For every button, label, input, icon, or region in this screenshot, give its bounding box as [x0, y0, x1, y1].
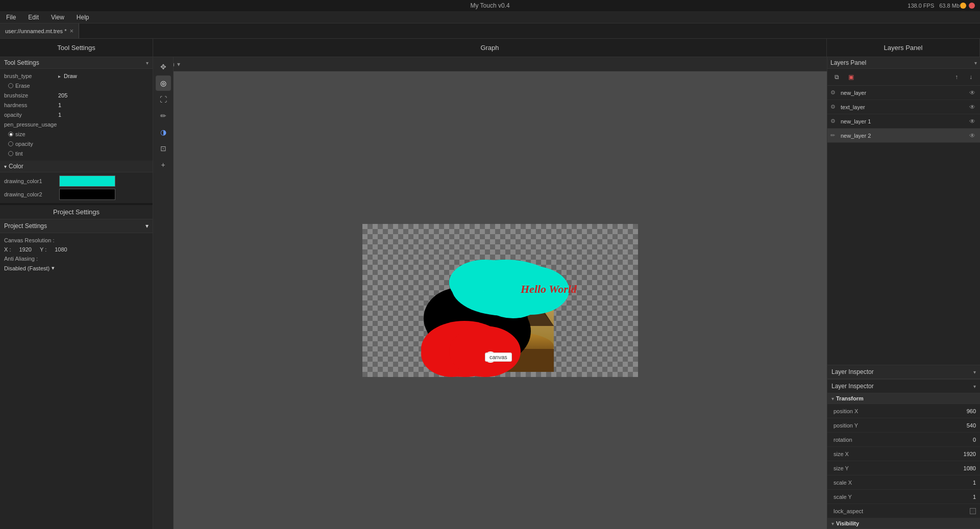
- tool-settings-header[interactable]: Tool Settings: [0, 39, 153, 57]
- anti-aliasing-dropdown-icon: ▾: [52, 265, 55, 271]
- tint-radio[interactable]: [8, 151, 13, 156]
- size-y-label: size Y: [834, 465, 955, 471]
- tool-settings-expand-icon: ▾: [146, 60, 149, 66]
- layer-2-visibility[interactable]: 👁: [968, 117, 977, 126]
- anti-aliasing-value[interactable]: Disabled (Fastest) ▾: [4, 265, 149, 271]
- tint-option[interactable]: tint: [4, 149, 149, 158]
- layers-panel-header-tab[interactable]: Layers Panel: [827, 39, 980, 57]
- visibility-subsection: ▾ Visibility: [827, 518, 980, 529]
- color-settings-content: drawing_color1 drawing_color2: [0, 172, 153, 203]
- x-label: X :: [4, 246, 11, 253]
- opacity-radio[interactable]: [8, 141, 13, 146]
- canvas-area[interactable]: Hello World canvas: [174, 71, 827, 529]
- move-tool-button[interactable]: ✥: [156, 59, 171, 74]
- scale-y-value: 1: [955, 494, 976, 500]
- copy-layer-button[interactable]: ⧉: [830, 71, 843, 83]
- drawing-color2-swatch[interactable]: [59, 189, 115, 200]
- move-layer-down-button[interactable]: ↓: [965, 71, 977, 83]
- brush-type-label: brush_type: [4, 73, 55, 79]
- y-value: 1080: [55, 246, 67, 253]
- close-button[interactable]: [969, 3, 975, 9]
- delete-layer-button[interactable]: ▣: [845, 71, 857, 83]
- layer-2-name: new_layer 1: [841, 118, 965, 124]
- canvas-tooltip-text: canvas: [489, 354, 507, 360]
- add-tool-button[interactable]: +: [156, 157, 171, 172]
- layer-row-1[interactable]: ⚙ text_layer 👁: [827, 100, 980, 114]
- color-section-title: Color: [9, 163, 23, 170]
- select-tool-button[interactable]: ◎: [156, 75, 171, 91]
- size-option[interactable]: size: [4, 130, 149, 138]
- memory-display: 63.8 Mb: [939, 3, 960, 9]
- file-tab-close[interactable]: ×: [69, 27, 74, 35]
- project-settings-content: Canvas Resolution : X : 1920 Y : 1080 An…: [0, 233, 153, 274]
- layers-panel-header-label: Layers Panel: [884, 44, 923, 52]
- layers-panel-title: Layers Panel: [830, 59, 866, 66]
- tool-settings-section-header[interactable]: Tool Settings ▾: [0, 57, 153, 69]
- inspector-row-scale-x[interactable]: scale X 1: [827, 475, 980, 490]
- menu-file[interactable]: File: [4, 13, 18, 22]
- file-tab[interactable]: user://unnamed.mt.tres * ×: [0, 23, 79, 38]
- layer-inspector-inner-expand: ▾: [973, 384, 976, 389]
- layer-row-0[interactable]: ⚙ new_layer 👁: [827, 86, 980, 100]
- layer-row-2[interactable]: ⚙ new_layer 1 👁: [827, 114, 980, 129]
- layers-panel-section-header[interactable]: Layers Panel ▾: [827, 57, 980, 69]
- graph-panel: Graph ▾ ✥ ◎ ⛶ ✏ ◑ ⊡ +: [153, 57, 827, 529]
- file-tab-name: user://unnamed.mt.tres *: [5, 28, 66, 34]
- drawing-color1-swatch[interactable]: [59, 175, 115, 187]
- svg-text:Hello World: Hello World: [520, 283, 577, 295]
- brush-tool-button[interactable]: ✏: [156, 108, 171, 123]
- graph-section-bar[interactable]: Graph ▾: [153, 57, 827, 71]
- move-layer-up-button[interactable]: ↑: [950, 71, 963, 83]
- tab-bar: user://unnamed.mt.tres * ×: [0, 23, 980, 39]
- layer-row-3[interactable]: ✏ new_layer 2 👁: [827, 129, 980, 143]
- rotation-value: 0: [955, 437, 976, 443]
- hardness-label: hardness: [4, 102, 55, 108]
- layer-0-icon: ⚙: [830, 89, 838, 96]
- brush-type-value: Draw: [64, 73, 77, 79]
- layer-0-visibility[interactable]: 👁: [968, 88, 977, 97]
- layer-inspector-section-header[interactable]: Layer Inspector ▾: [827, 365, 980, 379]
- inspector-row-size-y[interactable]: size Y 1080: [827, 461, 980, 475]
- fit-tool-button[interactable]: ⛶: [156, 92, 171, 107]
- inspector-row-size-x[interactable]: size X 1920: [827, 447, 980, 461]
- layers-spacer: [827, 143, 980, 365]
- layer-3-visibility[interactable]: 👁: [968, 131, 977, 140]
- inspector-row-position-x[interactable]: position X 960: [827, 404, 980, 418]
- x-value: 1920: [19, 246, 31, 253]
- panel-headers-row: Tool Settings Graph Layers Panel: [0, 39, 980, 57]
- opacity-option[interactable]: opacity: [4, 140, 149, 148]
- project-settings-label: Project Settings: [53, 208, 100, 216]
- visibility-arrow: ▾: [831, 521, 834, 526]
- inspector-row-rotation[interactable]: rotation 0: [827, 433, 980, 447]
- color-section-header[interactable]: ▾ Color: [0, 161, 153, 172]
- erase-radio[interactable]: [8, 83, 13, 88]
- project-settings-section-header[interactable]: Project Settings ▾: [0, 219, 153, 233]
- layer-1-visibility[interactable]: 👁: [968, 103, 977, 112]
- minimize-button[interactable]: [960, 3, 966, 9]
- drawing-color2-label: drawing_color2: [4, 191, 55, 197]
- size-y-value: 1080: [955, 465, 976, 471]
- position-y-value: 540: [955, 422, 976, 429]
- right-panel: Layers Panel ▾ ⧉ ▣ ↑ ↓ ⚙ new_layer �: [827, 57, 980, 529]
- performance-info: 138.0 FPS 63.8 Mb: [908, 3, 960, 9]
- color-wheel-button[interactable]: ◑: [156, 124, 171, 140]
- project-settings-title: Project Settings: [4, 222, 47, 230]
- inspector-row-lock-aspect[interactable]: lock_aspect: [827, 504, 980, 518]
- erase-option[interactable]: Erase: [4, 82, 149, 90]
- traffic-lights: [960, 3, 975, 9]
- title-bar: My Touch v0.4 138.0 FPS 63.8 Mb: [0, 0, 980, 11]
- menu-help[interactable]: Help: [75, 13, 91, 22]
- layer-inspector-inner-title: Layer Inspector: [831, 383, 874, 390]
- graph-header[interactable]: Graph: [153, 39, 827, 57]
- hardness-value: 1: [58, 102, 61, 108]
- anti-aliasing-label: Anti Aliasing :: [4, 256, 149, 262]
- inspector-row-position-y[interactable]: position Y 540: [827, 418, 980, 433]
- scale-x-label: scale X: [834, 480, 955, 486]
- lock-aspect-checkbox[interactable]: [970, 508, 976, 514]
- menu-edit[interactable]: Edit: [26, 13, 41, 22]
- transform-tool-button[interactable]: ⊡: [156, 141, 171, 156]
- layer-1-icon: ⚙: [830, 104, 838, 110]
- menu-view[interactable]: View: [49, 13, 66, 22]
- size-radio[interactable]: [8, 132, 13, 137]
- inspector-row-scale-y[interactable]: scale Y 1: [827, 490, 980, 504]
